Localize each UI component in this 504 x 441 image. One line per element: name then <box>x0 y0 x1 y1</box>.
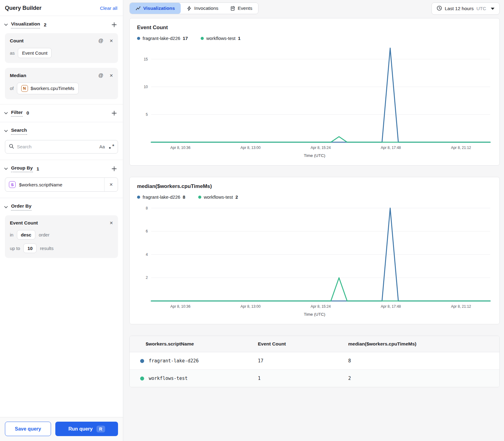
median-cell: 2 <box>345 370 499 387</box>
legend-series-name: workflows-test <box>204 194 233 200</box>
order-by-field-label: Event Count <box>10 220 38 226</box>
panel-title: Query Builder <box>5 5 41 11</box>
run-query-button[interactable]: Run query R <box>55 422 118 436</box>
search-section-header[interactable]: Search <box>0 122 123 139</box>
legend-item[interactable]: workflows-test2 <box>198 194 238 200</box>
add-visualization-button plus-icon[interactable] <box>111 21 117 28</box>
legend-dot <box>137 196 140 199</box>
field-type-string-icon: S <box>9 181 16 188</box>
time-range-value: Last 12 hours <box>445 6 474 11</box>
query-builder-panel: Query Builder Clear all Visualization 2 … <box>0 0 123 441</box>
app-window: Query Builder Clear all Visualization 2 … <box>0 0 504 441</box>
in-label: in <box>10 232 14 237</box>
regex-icon[interactable]: * <box>109 144 114 149</box>
svg-text:4: 4 <box>146 252 148 257</box>
script-name-cell: fragrant-lake-d226 <box>149 358 199 364</box>
legend-series-name: fragrant-lake-d226 <box>143 36 180 41</box>
filter-section-header[interactable]: Filter 0 <box>0 104 123 121</box>
svg-text:5: 5 <box>146 112 148 117</box>
legend-series-value: 17 <box>183 36 188 41</box>
lightning-icon <box>187 6 192 11</box>
keyboard-shortcut-badge: R <box>96 426 105 432</box>
event-count-chart[interactable]: 51015Apr 8, 10:36Apr 8, 13:00Apr 8, 15:2… <box>137 43 492 151</box>
svg-text:8: 8 <box>146 206 148 210</box>
of-label: of <box>10 86 14 91</box>
sort-direction-chip[interactable]: desc <box>17 230 35 240</box>
median-cputime-chart[interactable]: 2468Apr 8, 10:36Apr 8, 13:00Apr 8, 15:24… <box>137 202 492 310</box>
order-by-card: Event Count ✕ in desc order up to <box>5 215 118 258</box>
visualization-function-label: Median <box>10 73 26 78</box>
chevron-down-icon[interactable] <box>4 129 8 133</box>
legend-series-value: 2 <box>235 194 238 200</box>
visualization-alias-chip[interactable]: Event Count <box>18 48 52 58</box>
search-box: Aa * <box>5 140 118 154</box>
results-table: $workers.scriptName Event Count median($… <box>130 336 499 387</box>
svg-text:Apr 8, 21:12: Apr 8, 21:12 <box>451 146 471 150</box>
legend-item[interactable]: fragrant-lake-d22617 <box>137 36 188 41</box>
results-table-card: $workers.scriptName Event Count median($… <box>129 336 500 387</box>
close-icon[interactable]: ✕ <box>109 39 113 43</box>
legend-dot <box>137 37 140 40</box>
tab-label: Visualizations <box>143 6 175 11</box>
group-by-count: 1 <box>37 166 39 172</box>
tab-invocations[interactable]: Invocations <box>181 3 224 14</box>
time-range-selector[interactable]: Last 12 hours UTC <box>431 2 500 15</box>
x-axis-label: Time (UTC) <box>137 151 492 161</box>
chevron-down-icon[interactable] <box>4 23 8 27</box>
order-by-section-header[interactable]: Order By <box>0 198 123 215</box>
query-builder-header: Query Builder Clear all <box>0 0 123 16</box>
save-query-button[interactable]: Save query <box>5 422 51 436</box>
add-group-by-button plus-icon[interactable] <box>111 166 117 172</box>
chart-legend: fragrant-lake-d2268workflows-test2 <box>137 194 492 200</box>
results-label: results <box>40 246 53 251</box>
group-by-field-chip[interactable]: S $workers.scriptName <box>5 178 104 191</box>
case-sensitive-icon[interactable]: Aa <box>99 144 105 149</box>
svg-text:15: 15 <box>144 57 148 61</box>
tab-visualizations[interactable]: Visualizations <box>130 3 181 14</box>
as-label: as <box>10 50 15 56</box>
alias-value: Event Count <box>22 50 48 56</box>
legend-series-name: workflows-test <box>206 36 235 41</box>
remove-group-by-button[interactable]: ✕ <box>104 178 118 191</box>
median-cell: 8 <box>345 352 499 370</box>
visualization-count: 2 <box>44 22 46 28</box>
visualization-card-count: Count @ ✕ as Event Count <box>5 33 118 63</box>
column-header-script-name: $workers.scriptName <box>130 336 255 352</box>
chevron-down-icon[interactable] <box>4 167 8 171</box>
at-sign-icon[interactable]: @ <box>98 73 103 78</box>
svg-text:Apr 8, 17:48: Apr 8, 17:48 <box>381 304 401 309</box>
legend-series-value: 8 <box>183 194 185 200</box>
chevron-down-icon[interactable] <box>4 205 8 209</box>
svg-text:10: 10 <box>144 85 148 89</box>
group-by-item[interactable]: S $workers.scriptName ✕ <box>5 178 118 192</box>
legend-item[interactable]: fragrant-lake-d2268 <box>137 194 185 200</box>
group-by-section-label: Group By <box>11 165 33 173</box>
search-input[interactable] <box>17 144 96 149</box>
event-count-chart-card: Event Count fragrant-lake-d22617workflow… <box>129 18 500 166</box>
chart-title: median($workers.cpuTimeMs) <box>137 183 492 189</box>
query-actions-bar: Save query Run query R <box>0 417 123 441</box>
legend-item[interactable]: workflows-test1 <box>201 36 240 41</box>
svg-text:Apr 8, 21:12: Apr 8, 21:12 <box>451 304 471 309</box>
visualization-function-label: Count <box>10 38 24 44</box>
group-by-section-header[interactable]: Group By 1 <box>0 160 123 177</box>
series-color-dot <box>140 377 144 381</box>
at-sign-icon[interactable]: @ <box>98 38 103 44</box>
clock-icon <box>437 6 442 12</box>
legend-series-name: fragrant-lake-d226 <box>143 194 180 200</box>
add-filter-button plus-icon[interactable] <box>111 110 117 116</box>
trend-chart-icon <box>136 6 141 11</box>
close-icon[interactable]: ✕ <box>109 221 113 225</box>
x-axis-label: Time (UTC) <box>137 310 492 320</box>
visualization-section-header[interactable]: Visualization 2 <box>0 16 123 33</box>
svg-text:2: 2 <box>146 275 148 280</box>
result-limit-chip[interactable]: 10 <box>23 244 37 253</box>
median-field-chip[interactable]: N $workers.cpuTimeMs <box>17 83 79 94</box>
chevron-down-icon[interactable] <box>4 111 8 115</box>
tab-events[interactable]: Events <box>224 3 258 14</box>
column-header-event-count: Event Count <box>255 336 345 352</box>
close-icon[interactable]: ✕ <box>109 73 113 78</box>
column-header-median: median($workers.cpuTimeMs) <box>345 336 499 352</box>
clear-all-button[interactable]: Clear all <box>100 6 117 11</box>
filter-count: 0 <box>26 110 29 116</box>
